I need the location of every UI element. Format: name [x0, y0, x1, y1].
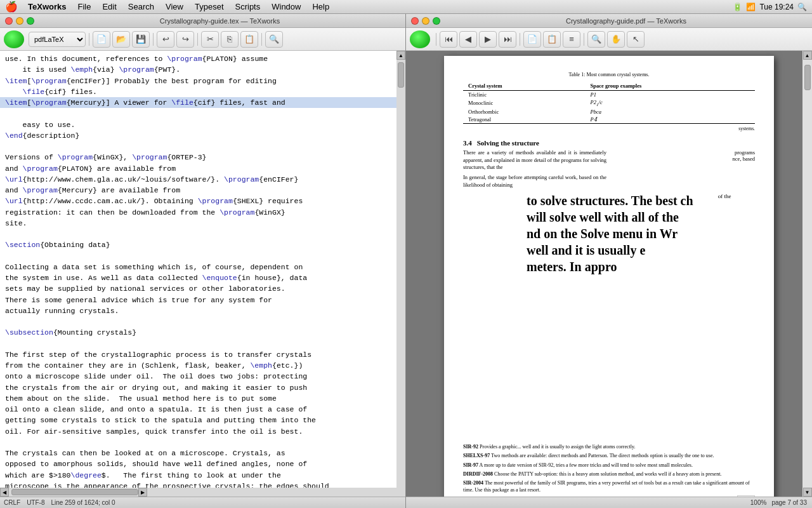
pdf-select-button[interactable]: ↖ — [627, 31, 645, 48]
zoom-button[interactable] — [27, 17, 34, 25]
spacer-4 — [463, 292, 755, 358]
pdf-statusbar: 100% page 7 of 33 — [406, 497, 812, 508]
scroll-thumb[interactable] — [398, 62, 404, 88]
pdf-scroll-thumb[interactable] — [804, 65, 811, 90]
scroll-left-arrow[interactable]: ◀ — [0, 488, 9, 497]
hscroll-thumb[interactable] — [11, 489, 138, 495]
table-caption: Table 1: Most common crystal systems. — [463, 72, 755, 77]
pdf-next-page-button[interactable]: ▶ — [479, 31, 497, 48]
editor-titlebar: Crystallography-guide.tex — TeXworks — [0, 14, 405, 28]
sxgraph-figure: 🧍 — [737, 495, 755, 497]
apple-menu[interactable]: 🍎 — [5, 1, 18, 13]
facing-page-icon: 📋 — [547, 34, 557, 44]
paste-icon: 📋 — [244, 34, 254, 44]
sir92-entry: SIR-92 Provides a graphic... well and it… — [463, 443, 755, 450]
table-row: Monoclinic P21/c — [463, 98, 755, 108]
spacer-5 — [463, 358, 755, 441]
copy-icon: ⎘ — [227, 34, 232, 44]
paste-button[interactable]: 📋 — [240, 31, 258, 48]
first-page-icon: ⏮ — [445, 34, 453, 44]
page-view-icon: 📄 — [527, 34, 537, 44]
continuous-icon: ≡ — [569, 34, 574, 44]
pdf-scroll-up[interactable]: ▲ — [803, 51, 812, 60]
toolbar-separator-4 — [261, 33, 262, 46]
table-header-examples: Space group examples — [586, 81, 755, 91]
pdf-continuous-button[interactable]: ≡ — [563, 31, 580, 48]
pdf-page: Table 1: Most common crystal systems. Cr… — [444, 56, 774, 497]
pdf-zoom-button-tool[interactable]: 🔍 — [587, 31, 605, 48]
big-text-line4: well and it is usually e — [527, 243, 645, 258]
menu-edit[interactable]: Edit — [97, 1, 121, 12]
pdf-minimize-button[interactable] — [422, 17, 429, 25]
copy-button[interactable]: ⎘ — [221, 31, 239, 48]
sir92-text: Provides a graphic... well and it is usu… — [480, 444, 635, 450]
undo-icon: ↩ — [162, 34, 169, 44]
new-file-button[interactable]: 📄 — [93, 31, 110, 48]
editor-hscrollbar[interactable]: ◀ ▶ — [0, 488, 405, 497]
menu-file[interactable]: File — [72, 1, 96, 12]
typeset-engine-select[interactable]: pdfLaTeX LaTeX XeLaTeX — [29, 32, 86, 47]
section-34-num: 3.4 — [463, 139, 472, 147]
pdf-go-button[interactable] — [410, 30, 430, 48]
save-file-icon: 💾 — [136, 34, 146, 44]
editor-bottom: ◀ ▶ CRLF UTF-8 Line 259 of 1624; col 0 — [0, 488, 405, 508]
battery-icon: 🔋 — [733, 3, 742, 11]
menu-view[interactable]: View — [160, 1, 188, 12]
pdf-window: Crystallography-guide.pdf — TeXworks ⏮ ◀… — [406, 14, 812, 508]
pdf-hand-tool-button[interactable]: ✋ — [607, 31, 625, 48]
save-file-button[interactable]: 💾 — [132, 31, 150, 48]
sir97-text: A more up to date version of SIR-92, tri… — [480, 462, 693, 468]
windows-row: Crystallography-guide.tex — TeXworks pdf… — [0, 14, 812, 508]
editor-text-area[interactable]: use. In this document, references to \pr… — [0, 51, 396, 488]
section-34-intro: There are a variety of methods available… — [463, 149, 606, 172]
editor-vscrollbar[interactable]: ▲ — [396, 51, 405, 488]
menu-help[interactable]: Help — [307, 1, 334, 12]
section-34-para2: In general, the stage before attempting … — [463, 174, 606, 189]
sir2004-label: SIR-2004 — [463, 480, 483, 486]
pdf-first-page-button[interactable]: ⏮ — [440, 31, 457, 48]
pdf-vscrollbar[interactable]: ▲ ▼ — [802, 51, 812, 497]
dirdif-entry: DIRDIF-2008 Choose the PATTY sub-option:… — [463, 471, 755, 478]
redo-button[interactable]: ↪ — [176, 31, 194, 48]
menu-scripts[interactable]: Scripts — [230, 1, 266, 12]
sir97-label: SIR-97 — [463, 462, 478, 468]
pdf-page-view-button[interactable]: 📄 — [523, 31, 541, 48]
search-icon[interactable]: 🔍 — [797, 3, 807, 11]
menu-texworks[interactable]: TeXworks — [23, 1, 71, 12]
cut-button[interactable]: ✂ — [201, 31, 219, 48]
editor-window: Crystallography-guide.tex — TeXworks pdf… — [0, 14, 406, 508]
pdf-toolbar-sep-2 — [520, 33, 520, 46]
find-button[interactable]: 🔍 — [265, 31, 283, 48]
menu-search[interactable]: Search — [123, 1, 159, 12]
pdf-table-section: Table 1: Most common crystal systems. Cr… — [463, 72, 755, 131]
dirdif-label: DIRDIF-2008 — [463, 471, 493, 477]
table-cell: P21/c — [586, 98, 755, 108]
section-34-title: Solving the structure — [477, 139, 539, 147]
pdf-facing-page-button[interactable]: 📋 — [543, 31, 561, 48]
pdf-toolbar-sep-3 — [584, 33, 584, 46]
scroll-up-arrow[interactable]: ▲ — [396, 51, 405, 60]
pdf-prev-page-button[interactable]: ◀ — [459, 31, 477, 48]
charset-indicator: UTF-8 — [27, 499, 44, 506]
pdf-last-page-button[interactable]: ⏭ — [499, 31, 516, 48]
table-cell: Triclinic — [463, 91, 586, 99]
toolbar-separator-2 — [153, 33, 154, 46]
section-right-text: programsnce, based — [733, 149, 755, 162]
menu-typeset[interactable]: Typeset — [190, 1, 229, 12]
pdf-close-button[interactable] — [411, 17, 419, 25]
close-button[interactable] — [5, 17, 13, 25]
open-file-icon: 📂 — [116, 34, 126, 44]
table-cell: Monoclinic — [463, 98, 586, 108]
toolbar-separator-3 — [197, 33, 198, 46]
pdf-zoom-button[interactable] — [433, 17, 440, 25]
menu-window[interactable]: Window — [266, 1, 306, 12]
go-button[interactable] — [4, 30, 24, 48]
pdf-scroll-down[interactable]: ▼ — [803, 488, 812, 497]
minimize-button[interactable] — [16, 17, 23, 25]
open-file-button[interactable]: 📂 — [112, 31, 130, 48]
scroll-right-arrow[interactable]: ▶ — [138, 488, 147, 497]
pdf-titlebar: Crystallography-guide.pdf — TeXworks — [406, 14, 812, 28]
sir97-entry: SIR-97 A more up to date version of SIR-… — [463, 462, 755, 469]
pdf-page-container: Table 1: Most common crystal systems. Cr… — [406, 51, 812, 497]
undo-button[interactable]: ↩ — [157, 31, 174, 48]
